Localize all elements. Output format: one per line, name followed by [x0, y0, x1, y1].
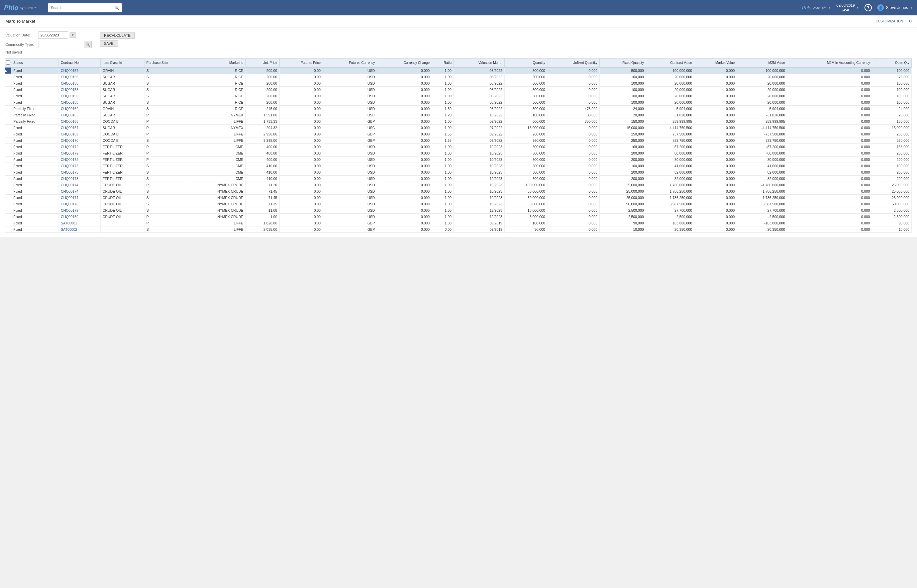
- table-cell: 5,904,000: [646, 106, 694, 112]
- contract-link[interactable]: CHQ00173: [61, 177, 79, 181]
- table-cell: USD: [323, 169, 377, 176]
- contract-link[interactable]: CHQ00167: [61, 126, 79, 130]
- search-input[interactable]: [51, 6, 112, 10]
- contract-link[interactable]: CHQ00158: [61, 100, 79, 104]
- save-button[interactable]: SAVE: [100, 40, 118, 47]
- help-button[interactable]: ?: [864, 4, 872, 11]
- table-cell: 67,200,000: [646, 144, 694, 150]
- contract-link[interactable]: CHQ00174: [61, 189, 79, 193]
- table-cell: NYMEX CRUDE: [191, 214, 245, 220]
- datetime-display[interactable]: 09/08/201914:46 ▼: [836, 3, 859, 13]
- table-cell: 0.000: [377, 99, 432, 106]
- table-cell: 0.000: [787, 207, 872, 214]
- table-cell[interactable]: CHQ00173: [58, 176, 100, 182]
- contract-link[interactable]: SAT00001: [61, 221, 77, 225]
- table-cell: 200,000: [872, 157, 912, 163]
- table-cell[interactable]: CHQ00169: [58, 131, 100, 137]
- contract-link[interactable]: CHQ00170: [61, 139, 79, 142]
- contract-link[interactable]: CHQ00158: [61, 75, 79, 79]
- commodity-type-input[interactable]: [39, 42, 84, 47]
- table-row: FixedCHQ00179CRUDE OILSNYMEX CRUDE11.080…: [5, 207, 912, 214]
- table-cell[interactable]: CHQ00172: [58, 150, 100, 157]
- table-cell: 2,500,000: [872, 214, 912, 220]
- table-cell: 478,000: [547, 106, 600, 112]
- table-cell[interactable]: CHQ00172: [58, 157, 100, 163]
- row-indicator: [5, 182, 11, 188]
- contract-link[interactable]: CHQ00169: [61, 132, 79, 136]
- table-cell: 82,000,000: [646, 176, 694, 182]
- table-cell: 200,000: [600, 157, 646, 163]
- table-cell[interactable]: CHQ00172: [58, 144, 100, 150]
- contract-link[interactable]: CHQ00173: [61, 170, 79, 174]
- contract-link[interactable]: CHQ00166: [61, 120, 79, 123]
- table-cell[interactable]: CHQ00178: [58, 201, 100, 207]
- contract-link[interactable]: CHQ00177: [61, 195, 79, 200]
- table-cell[interactable]: CHQ00162: [58, 106, 100, 112]
- table-cell: 0.000: [787, 144, 872, 150]
- contract-link[interactable]: CHQ00158: [61, 81, 79, 85]
- table-cell[interactable]: CHQ00174: [58, 188, 100, 195]
- contract-link[interactable]: SAT00002: [61, 228, 77, 231]
- row-indicator: [5, 137, 11, 144]
- contract-link[interactable]: CHQ00158: [61, 88, 79, 92]
- table-cell[interactable]: CHQ00180: [58, 214, 100, 220]
- table-row: FixedCHQ00167SUGARPNYMEX294.320.00USC0.0…: [5, 125, 912, 131]
- table-cell[interactable]: CHQ00158: [58, 80, 100, 87]
- table-row: FixedCHQ00173FERTILIZERSCME410.000.00USD…: [5, 176, 912, 182]
- table-cell[interactable]: SAT00002: [58, 226, 100, 233]
- table-cell: 1.50: [432, 106, 454, 112]
- table-cell[interactable]: CHQ00157: [58, 67, 100, 74]
- contract-link[interactable]: CHQ00163: [61, 113, 79, 117]
- table-cell: 100,000,000: [504, 182, 547, 188]
- table-cell: 0.00: [279, 80, 323, 87]
- table-cell: S: [144, 169, 191, 176]
- table-cell: 245.00: [245, 106, 279, 112]
- valuation-date-input[interactable]: [38, 31, 68, 39]
- contract-link[interactable]: CHQ00172: [61, 151, 79, 155]
- user-menu[interactable]: 👤 Steve Jones ▼: [877, 4, 913, 11]
- commodity-type-search-icon[interactable]: 🔍: [84, 41, 91, 48]
- table-cell: USD: [323, 144, 377, 150]
- table-cell: Fixed: [11, 150, 59, 157]
- table-cell[interactable]: CHQ00158: [58, 74, 100, 80]
- table-cell[interactable]: CHQ00166: [58, 118, 100, 125]
- table-cell[interactable]: CHQ00173: [58, 169, 100, 176]
- contract-link[interactable]: CHQ00158: [61, 94, 79, 98]
- contract-link[interactable]: CHQ00162: [61, 107, 79, 111]
- recalculate-button[interactable]: RECALCULATE: [100, 32, 135, 39]
- contract-link[interactable]: CHQ00173: [61, 164, 79, 168]
- valuation-date-dropdown-icon[interactable]: ▼: [69, 32, 76, 38]
- table-cell: Fixed: [11, 74, 59, 80]
- customization-link[interactable]: CUSTOMIZATION: [875, 19, 903, 23]
- select-all-checkbox[interactable]: [6, 60, 10, 65]
- contract-link[interactable]: CHQ00178: [61, 202, 79, 206]
- table-cell[interactable]: CHQ00173: [58, 163, 100, 169]
- table-cell[interactable]: CHQ00158: [58, 93, 100, 99]
- contract-link[interactable]: CHQ00172: [61, 145, 79, 149]
- to-link[interactable]: TO: [907, 19, 912, 23]
- contract-link[interactable]: CHQ00172: [61, 158, 79, 162]
- contract-link[interactable]: CHQ00157: [61, 69, 79, 73]
- table-cell[interactable]: CHQ00158: [58, 87, 100, 93]
- contract-link[interactable]: CHQ00179: [61, 208, 79, 212]
- company-switcher[interactable]: Phlo systems™ ▼: [802, 5, 831, 10]
- table-cell[interactable]: CHQ00158: [58, 99, 100, 106]
- table-cell[interactable]: CHQ00174: [58, 182, 100, 188]
- contract-link[interactable]: CHQ00174: [61, 183, 79, 187]
- table-cell: 410.00: [245, 176, 279, 182]
- table-cell: 25,000,000: [600, 182, 646, 188]
- table-cell[interactable]: CHQ00163: [58, 112, 100, 118]
- table-header-row: Status Contract Nbr Item Class Id Purcha…: [5, 58, 912, 67]
- row-indicator: [5, 214, 11, 220]
- table-cell: 100,000: [600, 99, 646, 106]
- table-cell: USD: [323, 99, 377, 106]
- table-cell[interactable]: CHQ00177: [58, 195, 100, 201]
- table-cell[interactable]: CHQ00167: [58, 125, 100, 131]
- table-cell: 31,820,000: [646, 112, 694, 118]
- table-cell[interactable]: CHQ00170: [58, 137, 100, 144]
- table-cell: 20,000: [600, 112, 646, 118]
- contract-link[interactable]: CHQ00180: [61, 215, 79, 219]
- search-bar[interactable]: 🔍: [48, 3, 122, 12]
- table-cell[interactable]: SAT00001: [58, 220, 100, 226]
- table-cell[interactable]: CHQ00179: [58, 207, 100, 214]
